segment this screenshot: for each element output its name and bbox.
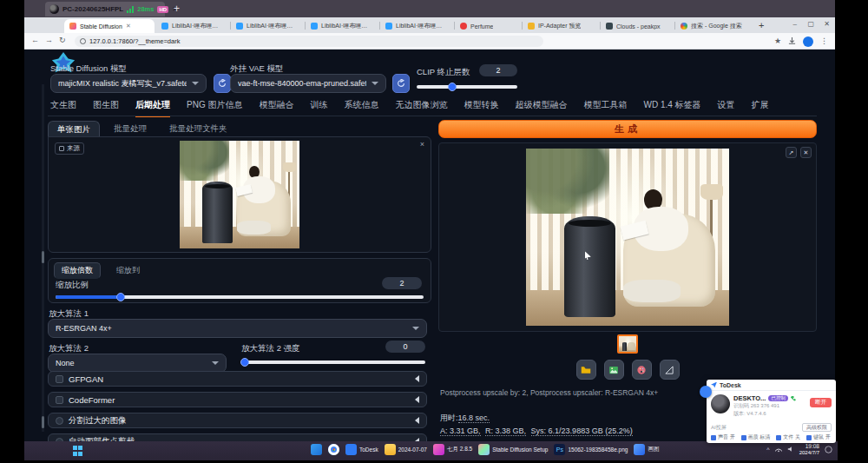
page-scrollbar[interactable]: [42, 84, 44, 432]
remote-session-tab[interactable]: PC-20240625HFPL 28ms HD ✕: [45, 2, 165, 17]
accordion-gfpgan[interactable]: GFPGAN: [48, 371, 427, 387]
scale-ratio-value[interactable]: 2: [382, 277, 422, 289]
source-image-dropzone[interactable]: 来源 ×: [48, 136, 431, 253]
accordion-split-oversized[interactable]: 分割过大的图像: [48, 413, 427, 428]
todesk-toggle-audio[interactable]: 声音 开: [711, 433, 735, 441]
tab-model-toolkit[interactable]: 模型工具箱: [583, 99, 627, 117]
sd-model-dropdown[interactable]: majicMIX realistic 麦橘写实_v7.safetensors […: [50, 74, 207, 93]
clear-image-icon[interactable]: ×: [420, 140, 424, 149]
taskbar-item-paint[interactable]: 画图: [634, 444, 659, 455]
tab-img2img[interactable]: 图生图: [93, 99, 119, 117]
todesk-disconnect-button[interactable]: 断开: [810, 398, 832, 407]
chrome-icon[interactable]: [328, 444, 339, 455]
result-image[interactable]: [526, 149, 729, 326]
scale-ratio-slider[interactable]: [56, 295, 424, 299]
browser-profile-avatar[interactable]: [803, 36, 813, 47]
tab-wd-tagger[interactable]: WD 1.4 标签器: [643, 99, 700, 117]
menu-dots-icon[interactable]: ⋮: [820, 37, 828, 45]
todesk-toggle-input[interactable]: 键鼠 开: [806, 433, 831, 441]
tab-infinite-browser[interactable]: 无边图像浏览: [395, 99, 447, 117]
scrollbar-thumb[interactable]: [42, 416, 44, 428]
tab-super-merger[interactable]: 超级模型融合: [515, 99, 567, 117]
browser-tab[interactable]: LiblibAI·哩布哩布AI - 中国领: [306, 19, 378, 33]
site-info-icon[interactable]: [80, 38, 86, 44]
address-bar[interactable]: 127.0.0.1:7860/?__theme=dark: [75, 36, 543, 47]
slider-handle[interactable]: [448, 83, 457, 91]
browser-tab[interactable]: 搜索 - Google 搜索: [675, 19, 752, 33]
tab-txt2img[interactable]: 文生图: [50, 99, 76, 117]
checkbox[interactable]: [56, 396, 63, 404]
save-image-button[interactable]: [604, 360, 624, 380]
taskbar-item-photoshop[interactable]: Ps 15062-198358458e.png: [554, 444, 628, 455]
back-icon[interactable]: ←: [31, 36, 39, 44]
taskbar-item-folder[interactable]: 2024-07-07: [385, 444, 427, 455]
sd-model-refresh-button[interactable]: [214, 74, 231, 93]
taskbar-item-sd-setup[interactable]: Stable Diffusion Setup: [478, 444, 548, 455]
vae-refresh-button[interactable]: [392, 74, 410, 93]
window-minimize-button[interactable]: –: [793, 20, 797, 28]
browser-tab[interactable]: LiblibAI·哩布哩布AI - 中国领: [231, 19, 304, 33]
taskbar-item-app[interactable]: 七月 2.8.5: [433, 444, 472, 455]
tab-system-info[interactable]: 系统信息: [344, 99, 378, 117]
tab-checkpoint-merger[interactable]: 模型融合: [259, 99, 293, 117]
upscaler2-visibility-value[interactable]: 0: [385, 341, 425, 353]
tab-settings[interactable]: 设置: [718, 99, 735, 117]
network-icon[interactable]: [775, 446, 782, 453]
checkbox[interactable]: [56, 375, 63, 383]
todesk-toggle-quality[interactable]: 画质 标清: [741, 433, 771, 441]
browser-tab[interactable]: IP-Adapter 预览: [523, 19, 599, 33]
tray-chevron-icon[interactable]: ^: [766, 446, 769, 453]
tab-train[interactable]: 训练: [310, 99, 327, 117]
upscaler1-dropdown[interactable]: R-ESRGAN 4x+: [48, 319, 427, 338]
clip-skip-slider[interactable]: [417, 85, 517, 89]
upscaler2-dropdown[interactable]: None: [48, 354, 227, 373]
reload-icon[interactable]: ↻: [59, 36, 66, 44]
installer-icon: [478, 444, 490, 455]
upscaler2-visibility-slider[interactable]: [241, 360, 425, 364]
forward-icon[interactable]: →: [45, 36, 53, 44]
accordion-auto-face-crop[interactable]: 自动面部焦点剪裁: [48, 433, 427, 441]
download-icon[interactable]: [788, 37, 796, 45]
vae-dropdown[interactable]: vae-ft-mse-840000-ema-pruned.safetensors: [230, 74, 386, 93]
gallery-close-icon[interactable]: ✕: [800, 147, 812, 158]
slider-handle[interactable]: [240, 358, 249, 367]
browser-tab[interactable]: Clouds - peakpx: [601, 19, 674, 33]
phone-icon[interactable]: [791, 396, 796, 401]
taskbar-item-todesk[interactable]: ToDesk: [345, 444, 378, 455]
subtab-scale-to[interactable]: 缩放到: [108, 262, 148, 279]
window-maximize-button[interactable]: ▢: [807, 20, 814, 28]
tab-png-info[interactable]: PNG 图片信息: [187, 99, 242, 117]
gallery-fullscreen-icon[interactable]: ↗: [786, 147, 797, 158]
tab-model-convert[interactable]: 模型转换: [464, 99, 498, 117]
notification-icon[interactable]: [825, 446, 832, 453]
system-tray: ^ 19:08 2024/7/7: [766, 443, 832, 455]
browser-tab[interactable]: Perfume: [455, 19, 521, 33]
thumbnail-selected[interactable]: [617, 334, 638, 354]
tab-extensions[interactable]: 扩展: [752, 99, 769, 117]
window-close-button[interactable]: ✕: [824, 20, 830, 28]
tab-extras[interactable]: 后期处理: [135, 99, 170, 117]
speaker-icon[interactable]: [787, 446, 794, 453]
widgets-icon[interactable]: [311, 444, 322, 455]
accordion-codeformer[interactable]: CodeFormer: [48, 392, 427, 407]
tab-close-icon[interactable]: ✕: [126, 23, 131, 30]
subtab-scale-by[interactable]: 缩放倍数: [54, 262, 101, 279]
start-button[interactable]: [73, 446, 83, 456]
open-folder-button[interactable]: [576, 360, 596, 380]
browser-tab[interactable]: LiblibAI·哩布哩布AI - 中国领: [156, 19, 229, 33]
resize-tool-button[interactable]: [660, 360, 680, 380]
scrollbar-thumb[interactable]: [42, 251, 44, 263]
generate-button[interactable]: 生成: [438, 120, 817, 138]
todesk-permission-button[interactable]: 高级权限: [802, 423, 832, 432]
browser-new-tab-button[interactable]: +: [759, 21, 764, 30]
remote-new-tab-button[interactable]: +: [174, 3, 180, 15]
todesk-toggle-files[interactable]: 文件 关: [776, 433, 800, 441]
browser-tab[interactable]: LiblibAI·哩布哩布AI - 中国领: [380, 19, 453, 33]
checkbox[interactable]: [56, 417, 63, 425]
slider-handle[interactable]: [116, 293, 125, 301]
browser-tab-active[interactable]: Stable Diffusion ✕: [64, 19, 155, 33]
send-to-extras-button[interactable]: [632, 360, 652, 380]
bookmark-star-icon[interactable]: ★: [774, 37, 781, 45]
tray-clock[interactable]: 19:08 2024/7/7: [799, 443, 819, 455]
clip-skip-value[interactable]: 2: [479, 64, 517, 76]
